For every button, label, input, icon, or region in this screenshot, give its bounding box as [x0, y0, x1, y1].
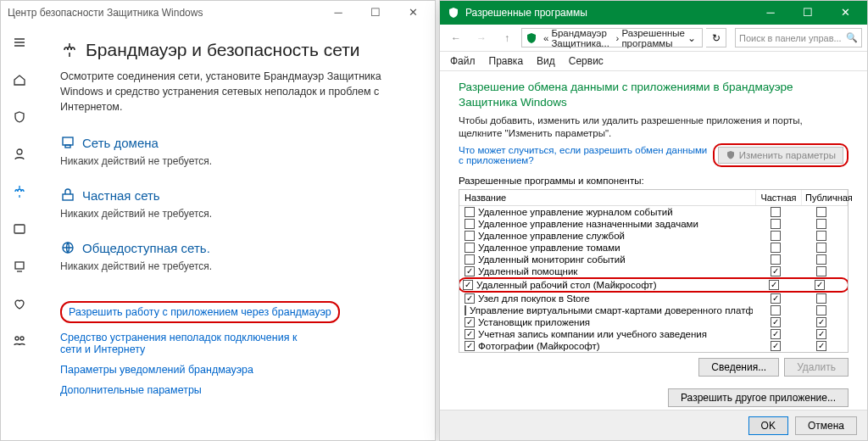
- troubleshoot-link[interactable]: Средство устранения неполадок подключени…: [60, 332, 314, 355]
- refresh-button[interactable]: ↻: [706, 28, 726, 47]
- cancel-button[interactable]: Отмена: [795, 416, 857, 435]
- account-icon[interactable]: [1, 142, 38, 167]
- checkbox[interactable]: ✓: [815, 280, 825, 290]
- domain-network-sub: Никаких действий не требуется.: [60, 155, 413, 167]
- checkbox[interactable]: ✓: [771, 293, 781, 304]
- checkbox[interactable]: [816, 266, 826, 276]
- maximize-button[interactable]: ☐: [789, 1, 826, 25]
- checkbox[interactable]: ✓: [816, 317, 826, 327]
- firewall-icon[interactable]: [1, 179, 38, 204]
- checkbox[interactable]: ✓: [465, 317, 475, 327]
- address-bar: ← → ↑ « Брандмауэр Защитника... › Разреш…: [440, 25, 867, 52]
- svg-rect-5: [63, 137, 73, 145]
- private-network-section[interactable]: Частная сеть Никаких действий не требует…: [60, 187, 413, 220]
- checkbox[interactable]: ✓: [465, 341, 475, 351]
- checkbox[interactable]: ✓: [771, 266, 781, 276]
- checkbox[interactable]: [465, 254, 475, 265]
- checkbox[interactable]: [816, 219, 826, 229]
- advanced-settings-link[interactable]: Дополнительные параметры: [60, 384, 413, 396]
- checkbox[interactable]: [771, 305, 781, 315]
- domain-network-section[interactable]: Сеть домена Никаких действий не требуетс…: [60, 135, 413, 167]
- allow-another-app-button[interactable]: Разрешить другое приложение...: [668, 388, 849, 407]
- notification-settings-link[interactable]: Параметры уведомлений брандмауэра: [60, 364, 413, 376]
- up-button[interactable]: ↑: [496, 27, 518, 49]
- checkbox[interactable]: ✓: [816, 329, 826, 339]
- home-icon[interactable]: [1, 67, 38, 92]
- breadcrumb[interactable]: « Брандмауэр Защитника... › Разрешенные …: [521, 28, 703, 47]
- menu-service[interactable]: Сервис: [569, 55, 604, 67]
- what-can-happen-link[interactable]: Что может случиться, если разрешить обме…: [459, 145, 713, 165]
- table-row[interactable]: Удаленное управление томами: [459, 242, 848, 254]
- checkbox[interactable]: ✓: [465, 293, 475, 304]
- shield-icon: [526, 32, 537, 44]
- ok-button[interactable]: OK: [748, 416, 788, 435]
- checkbox[interactable]: [465, 219, 475, 229]
- checkbox[interactable]: ✓: [769, 280, 779, 290]
- checkbox[interactable]: ✓: [771, 317, 781, 327]
- checkbox[interactable]: ✓: [465, 266, 475, 276]
- allow-app-through-firewall-link[interactable]: Разрешить работу с приложением через бра…: [60, 301, 340, 323]
- table-row[interactable]: ✓Удаленный помощник✓: [459, 265, 848, 277]
- checkbox[interactable]: [465, 305, 466, 315]
- maximize-button[interactable]: ☐: [357, 1, 394, 25]
- family-icon[interactable]: [1, 328, 38, 354]
- menu-edit[interactable]: Правка: [489, 55, 524, 67]
- checkbox[interactable]: ✓: [771, 341, 781, 351]
- checkbox[interactable]: [465, 231, 475, 241]
- checkbox[interactable]: [816, 243, 826, 253]
- device-security-icon[interactable]: [1, 254, 38, 279]
- close-button[interactable]: ✕: [394, 1, 431, 25]
- minimize-button[interactable]: ─: [752, 1, 789, 25]
- checkbox[interactable]: ✓: [465, 329, 475, 339]
- svg-rect-1: [14, 225, 25, 233]
- public-network-section[interactable]: Общедоступная сеть. Никаких действий не …: [60, 240, 413, 272]
- checkbox[interactable]: ✓: [771, 329, 781, 339]
- table-row[interactable]: Удаленное управление назначенными задача…: [459, 218, 848, 230]
- checkbox[interactable]: [465, 243, 475, 253]
- checkbox[interactable]: [816, 207, 826, 217]
- svg-rect-7: [63, 194, 73, 200]
- checkbox[interactable]: [771, 219, 781, 229]
- shield-icon[interactable]: [1, 104, 38, 130]
- table-row[interactable]: Удаленный мониторинг событий: [459, 254, 848, 265]
- checkbox[interactable]: [771, 243, 781, 253]
- private-network-icon: [60, 187, 75, 203]
- table-row[interactable]: ✓Удаленный рабочий стол (Майкрософт)✓✓: [459, 277, 848, 293]
- column-public[interactable]: Публичная: [802, 190, 848, 205]
- table-row[interactable]: ✓Фотографии (Майкрософт)✓✓: [459, 340, 848, 352]
- menu-icon[interactable]: [1, 30, 38, 55]
- checkbox[interactable]: [771, 231, 781, 241]
- table-row[interactable]: ✓Установщик приложения✓✓: [459, 316, 848, 328]
- checkbox[interactable]: [816, 231, 826, 241]
- firewall-signal-icon: [60, 41, 79, 59]
- menu-view[interactable]: Вид: [537, 55, 555, 67]
- app-control-icon[interactable]: [1, 216, 38, 242]
- private-network-title: Частная сеть: [82, 188, 160, 203]
- checkbox[interactable]: ✓: [463, 280, 473, 290]
- checkbox[interactable]: [465, 207, 475, 217]
- menu-file[interactable]: Файл: [450, 55, 476, 67]
- checkbox[interactable]: [771, 207, 781, 217]
- table-row[interactable]: ✓Узел для покупок в Store✓: [459, 293, 848, 304]
- forward-button[interactable]: →: [470, 27, 492, 49]
- table-row[interactable]: Удаленное управление журналом событий: [459, 206, 848, 218]
- details-button[interactable]: Сведения...: [698, 358, 779, 377]
- minimize-button[interactable]: ─: [320, 1, 357, 25]
- checkbox[interactable]: [771, 254, 781, 265]
- change-settings-button[interactable]: Изменить параметры: [718, 147, 843, 164]
- column-name[interactable]: Название: [459, 190, 756, 205]
- checkbox[interactable]: [816, 305, 826, 315]
- table-row[interactable]: Управление виртуальными смарт-картами до…: [459, 304, 848, 316]
- row-label: Управление виртуальными смарт-картами до…: [470, 305, 753, 315]
- chevron-down-icon[interactable]: ⌄: [687, 32, 696, 44]
- checkbox[interactable]: [816, 254, 826, 265]
- checkbox[interactable]: [816, 293, 826, 304]
- back-button[interactable]: ←: [445, 27, 467, 49]
- table-row[interactable]: ✓Учетная запись компании или учебного за…: [459, 328, 848, 340]
- health-icon[interactable]: [1, 291, 38, 316]
- column-private[interactable]: Частная: [756, 190, 802, 205]
- checkbox[interactable]: ✓: [816, 341, 826, 351]
- table-row[interactable]: Удаленное управление службой: [459, 230, 848, 242]
- close-button[interactable]: ✕: [826, 1, 864, 25]
- search-input[interactable]: Поиск в панели управ... 🔍: [735, 28, 862, 47]
